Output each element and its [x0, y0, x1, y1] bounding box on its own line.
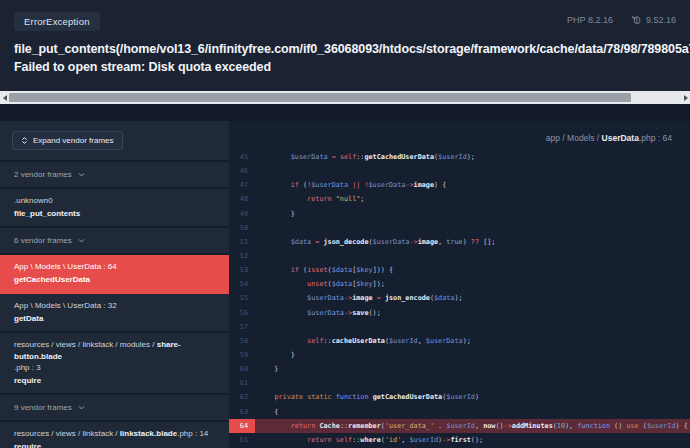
- exception-class-badge: ErrorException: [14, 12, 100, 31]
- code-text: return self::where('id', $userId)->first…: [255, 433, 483, 447]
- code-line: 50: [229, 221, 690, 235]
- code-line: 46: [229, 164, 690, 178]
- expand-vendor-frames-label: Expand vendor frames: [33, 136, 114, 145]
- code-line: 47 if (!$userData || !$userData->image) …: [229, 178, 690, 192]
- code-text: [255, 249, 258, 263]
- chevron-down-icon: [78, 171, 85, 178]
- code-text: {: [255, 405, 278, 419]
- stack-frame[interactable]: .unknown0file_put_contents: [0, 189, 229, 228]
- line-number: 46: [229, 164, 255, 178]
- stack-frame[interactable]: App \ Models \ UserData : 32getData: [0, 294, 229, 333]
- code-file-breadcrumb: app / Models / UserData.php : 64: [229, 121, 690, 150]
- debug-main-area: Expand vendor frames 2 vendor frames.unk…: [0, 104, 690, 448]
- code-line: 61: [229, 376, 690, 390]
- scroll-right-arrow-icon[interactable]: [681, 91, 690, 104]
- line-number: 55: [229, 291, 255, 305]
- vendor-frames-toggle[interactable]: 9 vendor frames: [0, 395, 229, 422]
- code-line-highlighted: 64 return Cache::remember('user_data_' .…: [229, 419, 690, 433]
- vendor-frames-label: 6 vendor frames: [14, 236, 72, 245]
- line-number: 61: [229, 376, 255, 390]
- code-line: 53 if (isset($data[$key])) {: [229, 263, 690, 277]
- stack-frame[interactable]: resources / views / linkstack / modules …: [0, 333, 229, 395]
- line-number: 60: [229, 362, 255, 376]
- frame-file-path: App \ Models \ UserData : 64: [14, 261, 215, 273]
- code-line: 59 }: [229, 348, 690, 362]
- scrollbar-thumb[interactable]: [9, 93, 631, 102]
- code-text: }: [255, 362, 278, 376]
- code-text: }: [255, 348, 295, 362]
- code-text: [255, 164, 258, 178]
- code-line: 48 return "null";: [229, 192, 690, 206]
- code-line: 62 private static function getCachedUser…: [229, 390, 690, 404]
- stack-frames-list: 2 vendor frames.unknown0file_put_content…: [0, 162, 229, 448]
- vendor-frames-toggle[interactable]: 2 vendor frames: [0, 162, 229, 189]
- error-message-line1: file_put_contents(/home/vol13_6/infinity…: [14, 40, 690, 58]
- code-line: 58 self::cacheUserData($userId, $userDat…: [229, 334, 690, 348]
- vendor-frames-label: 9 vendor frames: [14, 403, 72, 412]
- code-line: 57: [229, 320, 690, 334]
- code-snippet-pane: app / Models / UserData.php : 64 45 $use…: [229, 121, 690, 448]
- stack-frame-active[interactable]: App \ Models \ UserData : 64getCachedUse…: [0, 255, 229, 294]
- frame-method-name: require: [14, 375, 215, 387]
- code-line: 54 unset($data[$key]);: [229, 277, 690, 291]
- frame-method-name: getCachedUserData: [14, 274, 215, 286]
- code-line: 45 $userData = self::getCachedUserData($…: [229, 150, 690, 164]
- stack-frame[interactable]: resources / views / linkstack / linkstac…: [0, 422, 229, 448]
- scrollbar-track[interactable]: [9, 91, 681, 104]
- line-number: 45: [229, 150, 255, 164]
- frame-method-name: getData: [14, 313, 215, 325]
- line-number: 57: [229, 320, 255, 334]
- code-editor: 45 $userData = self::getCachedUserData($…: [229, 150, 690, 447]
- code-text: $userData->image = json_encode($data);: [255, 291, 463, 305]
- error-header: ErrorException PHP 8.2.16 9.52.16 file_p…: [0, 0, 690, 91]
- line-number: 63: [229, 405, 255, 419]
- code-line: 56 $userData->save();: [229, 306, 690, 320]
- code-text: return "null";: [255, 192, 364, 206]
- line-number: 51: [229, 235, 255, 249]
- code-text: $data = json_decode($userData->image, tr…: [255, 235, 495, 249]
- code-text: }: [255, 207, 295, 221]
- chevron-down-icon: [78, 404, 85, 411]
- error-message-line2: Failed to open stream: Disk quota exceed…: [14, 58, 690, 76]
- frame-file-path: resources / views / linkstack / modules …: [14, 339, 215, 362]
- line-number: 56: [229, 306, 255, 320]
- scroll-left-arrow-icon[interactable]: [0, 91, 9, 104]
- code-line: 55 $userData->image = json_encode($data)…: [229, 291, 690, 305]
- frame-method-name: require: [14, 441, 215, 448]
- frame-method-name: file_put_contents: [14, 208, 215, 220]
- code-line: 63 {: [229, 405, 690, 419]
- frame-file-path: .php : 3: [14, 362, 215, 374]
- line-number: 50: [229, 221, 255, 235]
- code-text: private static function getCachedUserDat…: [255, 390, 479, 404]
- line-number: 58: [229, 334, 255, 348]
- line-number: 62: [229, 390, 255, 404]
- vendor-frames-toggle[interactable]: 6 vendor frames: [0, 228, 229, 255]
- code-text: self::cacheUserData($userId, $userData);: [255, 334, 471, 348]
- code-text: if (isset($data[$key])) {: [255, 263, 393, 277]
- line-number: 65: [229, 433, 255, 447]
- code-line: 65 return self::where('id', $userId)->fi…: [229, 433, 690, 447]
- vendor-frames-label: 2 vendor frames: [14, 170, 72, 179]
- line-number: 54: [229, 277, 255, 291]
- code-line: 51 $data = json_decode($userData->image,…: [229, 235, 690, 249]
- code-line: 60 }: [229, 362, 690, 376]
- code-text: [255, 320, 258, 334]
- line-number: 47: [229, 178, 255, 192]
- chevron-down-icon: [78, 237, 85, 244]
- frame-file-path: App \ Models \ UserData : 32: [14, 300, 215, 312]
- frame-file-path: .unknown0: [14, 195, 215, 207]
- code-text: $userData->save();: [255, 306, 381, 320]
- code-line: 49 }: [229, 207, 690, 221]
- line-number: 59: [229, 348, 255, 362]
- unfold-vertical-icon: [21, 137, 28, 144]
- stack-trace-sidebar: Expand vendor frames 2 vendor frames.unk…: [0, 121, 229, 448]
- expand-vendor-frames-button[interactable]: Expand vendor frames: [12, 131, 123, 150]
- code-text: $userData = self::getCachedUserData($use…: [255, 150, 475, 164]
- php-version-label: PHP 8.2.16: [567, 15, 613, 25]
- frame-file-path: resources / views / linkstack / linkstac…: [14, 428, 215, 440]
- code-line: 52: [229, 249, 690, 263]
- code-text: return Cache::remember('user_data_' . $u…: [255, 419, 688, 433]
- code-text: [255, 221, 258, 235]
- horizontal-scrollbar[interactable]: [0, 91, 690, 104]
- laravel-icon: [631, 15, 641, 25]
